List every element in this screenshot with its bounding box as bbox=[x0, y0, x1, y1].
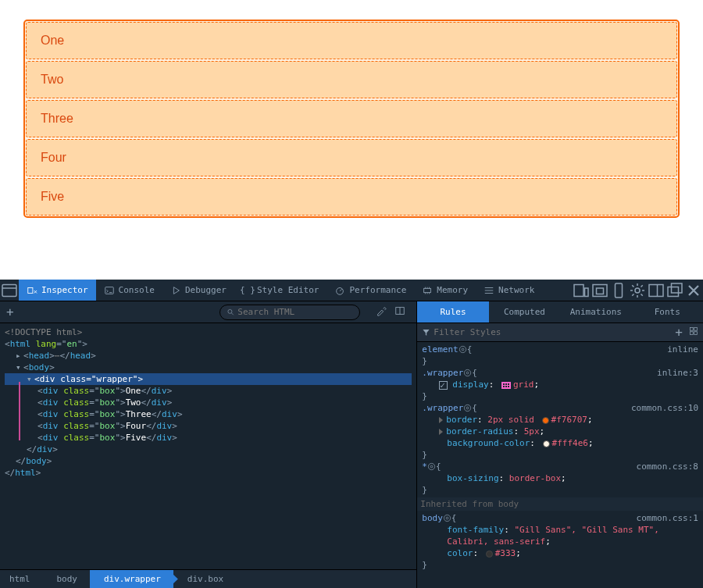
grid-wrapper: One Two Three Four Five bbox=[23, 20, 680, 218]
grid-box: Two bbox=[26, 61, 677, 98]
grid-box: Five bbox=[26, 178, 677, 216]
rendered-page: One Two Three Four Five bbox=[0, 0, 703, 249]
grid-box: One bbox=[26, 22, 677, 59]
grid-box: Four bbox=[26, 139, 677, 176]
grid-box: Three bbox=[26, 100, 677, 137]
